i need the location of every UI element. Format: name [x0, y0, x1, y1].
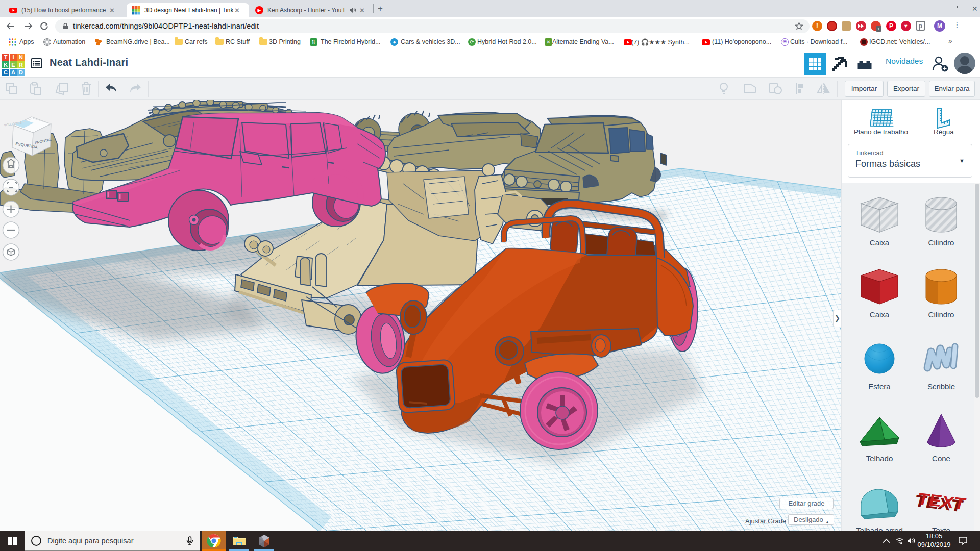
svg-text:R: R	[19, 62, 23, 68]
svg-text:I: I	[12, 54, 14, 60]
svg-text:N: N	[19, 54, 23, 60]
svg-text:K: K	[4, 62, 8, 68]
svg-text:C: C	[4, 69, 8, 76]
svg-text:D: D	[19, 69, 23, 76]
svg-text:E: E	[11, 62, 15, 68]
svg-text:T: T	[4, 54, 8, 60]
svg-text:A: A	[11, 69, 15, 76]
